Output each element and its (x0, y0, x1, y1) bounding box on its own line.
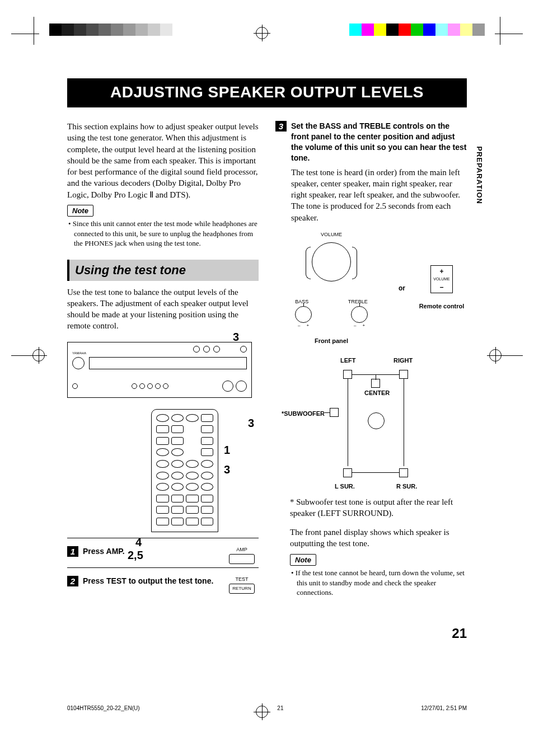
note-label-2: Note (290, 554, 316, 566)
amp-button-icon: AMP (225, 546, 259, 565)
intro-text: This section explains how to adjust spea… (67, 121, 259, 200)
step-3-num: 3 (275, 121, 287, 132)
page-number: 21 (452, 626, 467, 641)
side-tab: PREPARATION (475, 146, 484, 204)
callout-3-r: 3 (224, 462, 230, 477)
section-intro: Use the test tone to balance the output … (67, 287, 259, 332)
step-3-text: Set the BASS and TREBLE controls on the … (291, 121, 467, 163)
callout-3-mid: 3 (248, 416, 254, 431)
test-button-icon: TEST RETURN (225, 576, 259, 595)
step-1: 1 Press AMP. AMP (67, 546, 259, 565)
controls-illustration: VOLUME BASSTREBLE – +– + Front panel or … (275, 231, 467, 345)
callout-25: 2,5 (128, 548, 143, 563)
left-column: This section explains how to adjust spea… (67, 121, 259, 602)
step-2: 2 Press TEST to output the test tone. TE… (67, 576, 259, 595)
page-content: ADJUSTING SPEAKER OUTPUT LEVELS This sec… (67, 78, 467, 602)
footer-page: 21 (277, 705, 283, 711)
footer-date: 12/27/01, 2:51 PM (421, 705, 467, 711)
step-1-text: Press AMP. (83, 546, 221, 557)
step-1-num: 1 (67, 546, 78, 557)
callout-1: 1 (224, 443, 230, 458)
page-title: ADJUSTING SPEAKER OUTPUT LEVELS (67, 78, 467, 107)
footer-file: 0104HTR5550_20-22_EN(U) (67, 705, 140, 711)
note-2: • If the test tone cannot be heard, turn… (290, 568, 467, 598)
step-2-text: Press TEST to output the test tone. (83, 576, 221, 586)
footnote: * Subwoofer test tone is output after th… (275, 496, 467, 519)
note-1: • Since this unit cannot enter the test … (67, 219, 259, 248)
section-heading: Using the test tone (67, 260, 259, 281)
remote-illustration (151, 409, 218, 532)
right-column: 3 Set the BASS and TREBLE controls on th… (275, 121, 467, 602)
step-3-plain: The test tone is heard (in order) from t… (291, 167, 467, 223)
step-3: 3 Set the BASS and TREBLE controls on th… (275, 121, 467, 228)
speaker-diagram: LEFT RIGHT CENTER *SUBWOOFER L SUR. R SU… (293, 356, 449, 491)
footer: 0104HTR5550_20-22_EN(U) 21 12/27/01, 2:5… (67, 705, 467, 711)
step-2-num: 2 (67, 576, 78, 586)
receiver-illustration: YAMAHA (67, 342, 252, 398)
display-note: The front panel display shows which spea… (275, 527, 467, 550)
note-label: Note (67, 205, 93, 217)
